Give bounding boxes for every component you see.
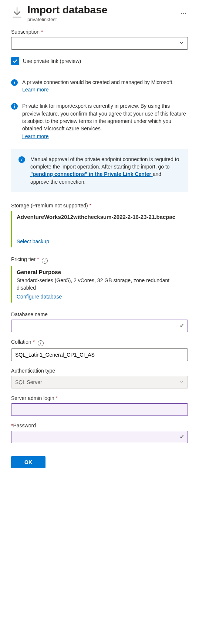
page-subtitle: privatelinktest: [27, 17, 175, 22]
page-header: Import database privatelinktest ⋯: [11, 4, 188, 22]
database-name-label: Database name: [11, 311, 188, 317]
server-admin-label: Server admin login *: [11, 395, 188, 401]
private-link-checkbox-row: Use private link (preview): [11, 57, 188, 65]
pricing-tier-label: Pricing tier * i: [11, 256, 188, 264]
learn-more-link[interactable]: Learn more: [22, 133, 49, 139]
auth-type-select[interactable]: [11, 376, 188, 388]
server-admin-label-text: Server admin login: [11, 395, 54, 401]
required-marker: *: [33, 339, 34, 345]
private-link-checkbox-label: Use private link (preview): [23, 58, 81, 64]
manual-approval-callout: i Manual approval of the private endpoin…: [11, 149, 188, 192]
pending-connections-link[interactable]: "pending connections" in the Private Lin…: [30, 171, 153, 177]
required-marker: *: [56, 395, 58, 401]
more-actions-icon[interactable]: ⋯: [179, 8, 188, 18]
required-marker: *: [41, 29, 43, 35]
required-marker: *: [90, 203, 91, 208]
password-input[interactable]: [11, 431, 188, 443]
info-icon: i: [11, 103, 18, 110]
pricing-tier-accent-block: General Purpose Standard-series (Gen5), …: [11, 266, 188, 303]
configure-database-link[interactable]: Configure database: [17, 294, 62, 300]
database-name-field: Database name: [11, 311, 188, 332]
collation-label-text: Collation: [11, 339, 31, 345]
auth-type-field: Authentication type: [11, 368, 188, 388]
callout-text-before: Manual approval of the private endpoint …: [30, 156, 179, 170]
pricing-tier-field: Pricing tier * i General Purpose Standar…: [11, 256, 188, 303]
pricing-tier-description: Standard-series (Gen5), 2 vCores, 32 GB …: [17, 277, 188, 292]
storage-file-name: AdventureWorks2012withchecksum-2022-2-16…: [17, 214, 188, 220]
info-icon: i: [18, 156, 25, 163]
collation-field: Collation * i: [11, 339, 188, 361]
ok-button[interactable]: OK: [11, 456, 45, 468]
subscription-select[interactable]: [11, 37, 188, 50]
storage-label: Storage (Premium not supported) *: [11, 203, 188, 208]
password-label-text: Password: [13, 423, 36, 428]
import-icon: [11, 7, 23, 19]
database-name-input[interactable]: [11, 320, 188, 332]
info-tooltip-icon[interactable]: i: [42, 258, 48, 264]
pricing-tier-title: General Purpose: [17, 269, 188, 275]
info-preview: i Private link for import/export is curr…: [11, 102, 188, 140]
pricing-tier-label-text: Pricing tier: [11, 256, 36, 262]
server-admin-input[interactable]: [11, 403, 188, 416]
password-label: *Password: [11, 423, 188, 428]
info-private-connection-text: A private connection would be created an…: [22, 79, 173, 85]
storage-field: Storage (Premium not supported) * Advent…: [11, 203, 188, 247]
storage-label-text: Storage (Premium not supported): [11, 203, 88, 208]
subscription-label: Subscription *: [11, 29, 188, 35]
collation-input[interactable]: [11, 348, 188, 361]
info-tooltip-icon[interactable]: i: [38, 340, 44, 346]
subscription-field: Subscription *: [11, 29, 188, 50]
info-icon: i: [11, 79, 18, 86]
learn-more-link[interactable]: Learn more: [22, 87, 49, 93]
private-link-checkbox[interactable]: [11, 57, 19, 65]
info-private-connection: i A private connection would be created …: [11, 79, 188, 94]
password-field: *Password: [11, 423, 188, 443]
required-marker: *: [37, 256, 39, 262]
select-backup-link[interactable]: Select backup: [17, 238, 49, 244]
auth-type-label: Authentication type: [11, 368, 188, 374]
info-preview-text: Private link for import/export is curren…: [22, 103, 186, 131]
storage-accent-block: AdventureWorks2012withchecksum-2022-2-16…: [11, 211, 188, 247]
server-admin-field: Server admin login *: [11, 395, 188, 416]
collation-label: Collation * i: [11, 339, 188, 346]
page-title: Import database: [27, 4, 175, 16]
subscription-label-text: Subscription: [11, 29, 40, 35]
footer-divider: [11, 450, 188, 450]
